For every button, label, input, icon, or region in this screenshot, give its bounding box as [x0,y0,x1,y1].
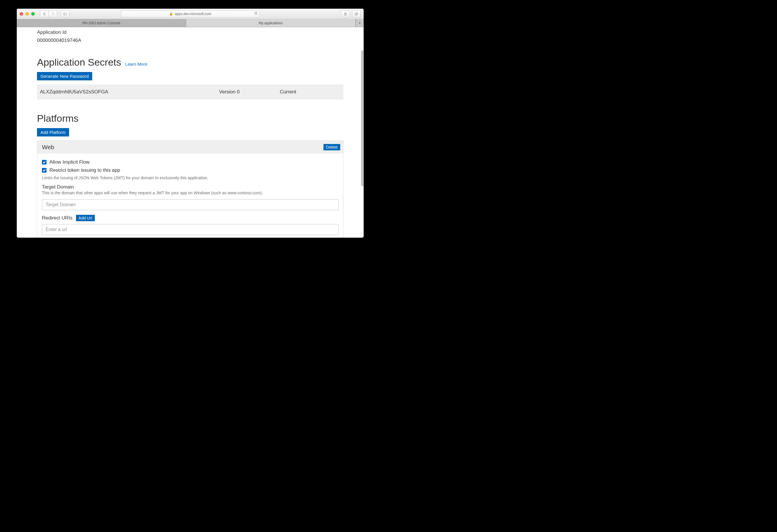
tab-rh-sso[interactable]: RH-SSO Admin Console [17,19,186,27]
application-id-label: Application Id [37,29,343,35]
minimize-window-button[interactable] [25,12,29,16]
application-secrets-heading: Application Secrets Learn More [37,57,343,68]
secret-status: Current [280,89,340,95]
add-platform-button[interactable]: Add Platform [37,128,69,136]
secret-key: ALXZqddrnh8U5aVS2sSOFGA [40,89,219,95]
nav-buttons [40,10,57,17]
redirect-uris-label: Redirect URIs [42,215,73,221]
redirect-uri-input[interactable] [42,224,338,235]
tabs-overview-button[interactable] [352,10,361,17]
reload-icon[interactable] [254,12,257,16]
tab-label: My applications [259,21,283,25]
tab-bar: RH-SSO Admin Console My applications + [17,19,364,27]
page-content: Application Id 000000004019746A Applicat… [17,29,364,238]
back-button[interactable] [40,10,48,17]
lock-icon: 🔒 [169,12,173,16]
platforms-heading: Platforms [37,113,343,124]
check-icon [42,169,46,172]
target-domain-input[interactable] [42,199,338,210]
section-title: Platforms [37,113,79,124]
close-window-button[interactable] [20,12,23,16]
add-url-button[interactable]: Add Url [76,215,95,221]
target-domain-label: Target Domain [42,184,338,190]
forward-button[interactable] [48,10,57,17]
learn-more-link[interactable]: Learn More [125,62,147,67]
secret-row: ALXZqddrnh8U5aVS2sSOFGA Version 0 Curren… [37,84,343,99]
svg-rect-3 [355,12,358,14]
share-button[interactable] [341,10,350,17]
restrict-token-help: Limits the issuing of JSON Web Tokens (J… [42,176,338,180]
application-id-value: 000000004019746A [37,37,343,43]
scrollbar-thumb[interactable] [361,50,363,186]
allow-implicit-label: Allow Implicit Flow [49,159,90,165]
address-text: apps.dev.microsoft.com [175,12,211,16]
generate-password-button[interactable]: Generate New Password [37,72,92,80]
section-title: Application Secrets [37,57,121,68]
address-bar[interactable]: 🔒 apps.dev.microsoft.com [121,10,259,17]
target-domain-help: This is the domain that other apps will … [42,191,338,195]
check-icon [42,161,46,164]
platform-title: Web [42,144,54,150]
fullscreen-window-button[interactable] [31,12,35,16]
sidebar-toggle-button[interactable] [61,10,70,17]
secret-version: Version 0 [219,89,280,95]
page-viewport[interactable]: Application Id 000000004019746A Applicat… [17,27,364,238]
new-tab-button[interactable]: + [355,19,364,27]
browser-window: 🔒 apps.dev.microsoft.com RH-SSO Admin Co… [17,9,364,238]
svg-rect-0 [63,13,67,15]
delete-platform-button[interactable]: Delete [323,144,340,150]
platform-web-card: Web Delete Allow Implicit Flow Re [37,140,343,238]
svg-rect-4 [355,13,357,15]
allow-implicit-checkbox[interactable] [42,160,46,165]
tab-my-applications[interactable]: My applications [186,19,355,27]
restrict-token-label: Restrict token issuing to this app [49,168,120,173]
restrict-token-checkbox[interactable] [42,168,46,173]
platform-web-header: Web Delete [37,141,343,153]
tab-label: RH-SSO Admin Console [82,21,120,25]
titlebar: 🔒 apps.dev.microsoft.com [17,9,364,19]
window-controls [20,12,35,16]
